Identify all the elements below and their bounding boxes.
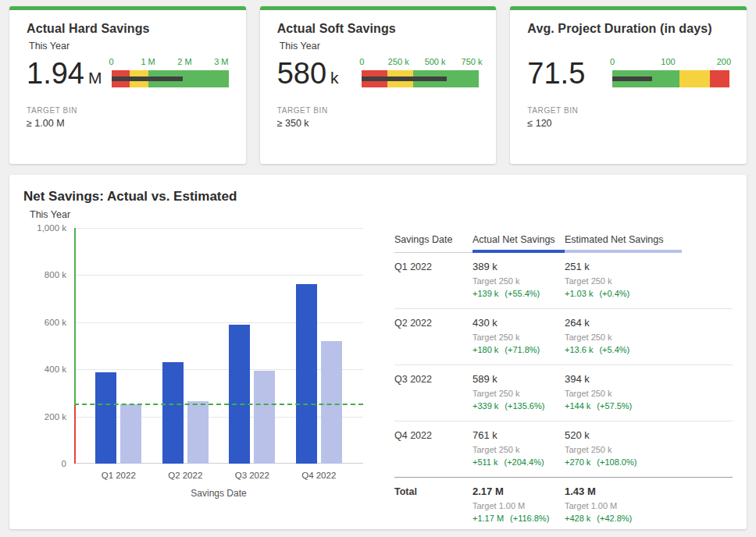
estimated-cell: 1.43 M Target 1.00 M +428 k(+42.8%) [565, 485, 682, 523]
bullet-axis: 0 250 k 500 k 750 k [362, 57, 479, 69]
kpi-card-body: Actual Soft Savings This Year 580k 0 250… [260, 10, 497, 129]
target-bin-value: ≤ 120 [527, 118, 729, 129]
bullet-tick-label: 3 M [214, 57, 228, 66]
estimated-cell: 520 k Target 250 k +270 k(+108.0%) [565, 429, 682, 467]
variance-abs: +13.6 k [565, 345, 593, 354]
bullet-range-warn [679, 70, 710, 87]
x-tick-label: Q3 2022 [235, 471, 269, 480]
cell-target: Target 250 k [472, 276, 565, 286]
table-row-q4: Q4 2022 761 k Target 250 k +511 k(+204.4… [394, 421, 733, 478]
cell-target: Target 250 k [565, 276, 682, 286]
x-tick-label: Q2 2022 [168, 471, 202, 480]
actual-bar-q4[interactable] [296, 284, 317, 464]
x-tick-label: Q1 2022 [102, 471, 136, 480]
row-label: Q1 2022 [394, 261, 472, 298]
y-tick-label: 1,000 k [37, 223, 66, 233]
y-tick-label: 200 k [45, 412, 66, 421]
x-axis-labels: Q1 2022 Q2 2022 Q3 2022 Q4 2022 [74, 471, 363, 480]
cell-variance: +13.6 k(+5.4%) [565, 345, 682, 354]
table-row-total: Total 2.17 M Target 1.00 M +1.17 M(+116.… [394, 477, 733, 529]
bullet-measure-bar [612, 76, 652, 81]
bullet-band [362, 70, 479, 87]
cell-variance: +339 k(+135.6%) [472, 401, 565, 411]
cell-variance: +180 k(+71.8%) [472, 345, 565, 354]
cell-variance: +1.03 k(+0.4%) [565, 289, 682, 298]
plot-area [74, 228, 363, 464]
bullet-range-bad [710, 70, 729, 87]
col-header-savings-date: Savings Date [394, 234, 472, 253]
target-bin-value: ≥ 1.00 M [27, 118, 229, 129]
kpi-row: Actual Hard Savings This Year 1.94M 0 1 … [0, 0, 756, 164]
cell-variance: +511 k(+204.4%) [472, 457, 565, 467]
target-bin-label: TARGET BIN [27, 106, 229, 115]
main-chart-title: Net Savings: Actual vs. Estimated [23, 189, 733, 204]
table-header-row: Savings Date Actual Net Savings Estimate… [394, 234, 733, 253]
cell-target: Target 250 k [565, 389, 682, 398]
kpi-value: 580k [277, 57, 339, 91]
net-savings-card: Net Savings: Actual vs. Estimated This Y… [9, 175, 747, 529]
actual-bar-q2[interactable] [162, 362, 184, 464]
cell-target: Target 250 k [472, 333, 565, 342]
y-tick-label: 0 [62, 459, 66, 468]
actual-bar-q1[interactable] [95, 372, 116, 464]
kpi-value: 71.5 [527, 57, 589, 91]
bullet-tick-label: 0 [109, 57, 114, 66]
bullet-tick-label: 0 [610, 57, 615, 66]
kpi-card-project-duration[interactable]: Avg. Project Duration (in days) 71.5 0 1… [510, 6, 747, 164]
y-tick-label: 600 k [45, 318, 66, 327]
estimated-bar-q4[interactable] [321, 341, 342, 464]
bullet-tick-label: 2 M [177, 57, 191, 66]
cell-variance: +1.17 M(+116.8%) [472, 514, 565, 523]
y-tick-label: 400 k [45, 365, 66, 374]
target-bin-value: ≥ 350 k [277, 118, 480, 129]
bar-group-q1 [95, 228, 141, 464]
cell-value: 761 k [472, 429, 565, 441]
variance-abs: +1.03 k [565, 289, 593, 298]
row-label: Q2 2022 [394, 317, 472, 354]
row-label: Q4 2022 [394, 429, 472, 467]
target-bin: TARGET BIN ≥ 1.00 M [27, 106, 229, 129]
kpi-title: Avg. Project Duration (in days) [527, 22, 729, 36]
bullet-tick-label: 200 [717, 57, 731, 66]
cell-target: Target 250 k [472, 389, 565, 398]
actual-cell: 761 k Target 250 k +511 k(+204.4%) [472, 429, 565, 467]
actual-cell: 389 k Target 250 k +139 k(+55.4%) [472, 261, 565, 298]
comparison-table: Savings Date Actual Net Savings Estimate… [363, 228, 733, 529]
actual-bar-q3[interactable] [229, 325, 250, 464]
target-dashed-line [74, 404, 363, 405]
cell-target: Target 1.00 M [472, 501, 565, 510]
kpi-title: Actual Soft Savings [277, 22, 480, 36]
variance-abs: +428 k [565, 514, 590, 523]
variance-abs: +139 k [472, 289, 498, 298]
variance-pct: (+71.8%) [505, 345, 540, 354]
bullet-chart: 0 250 k 500 k 750 k [362, 57, 479, 87]
bullet-chart: 0 100 200 [612, 57, 729, 87]
bullet-measure-bar [362, 76, 447, 81]
kpi-value-number: 1.94 [27, 57, 84, 90]
variance-pct: (+108.0%) [597, 457, 637, 467]
estimated-bar-q2[interactable] [187, 401, 209, 464]
variance-pct: (+135.6%) [505, 401, 544, 411]
cell-variance: +428 k(+42.8%) [565, 514, 682, 523]
estimated-bar-q3[interactable] [254, 371, 275, 464]
estimated-bar-q1[interactable] [120, 404, 141, 464]
target-bin-label: TARGET BIN [527, 106, 729, 115]
variance-abs: +511 k [472, 457, 498, 467]
estimated-cell: 394 k Target 250 k +144 k(+57.5%) [565, 373, 682, 411]
table-row-q3: Q3 2022 589 k Target 250 k +339 k(+135.6… [394, 365, 733, 421]
kpi-subtitle: This Year [280, 41, 480, 52]
bullet-band [112, 70, 229, 87]
cell-target: Target 250 k [472, 445, 565, 454]
y-tick-label: 800 k [45, 270, 66, 279]
bullet-tick-label: 100 [661, 57, 675, 66]
kpi-title: Actual Hard Savings [27, 22, 229, 36]
bullet-tick-label: 750 k [462, 57, 483, 66]
bullet-chart: 0 1 M 2 M 3 M [112, 57, 229, 87]
bar-group-q2 [162, 228, 209, 464]
kpi-card-hard-savings[interactable]: Actual Hard Savings This Year 1.94M 0 1 … [9, 6, 246, 164]
estimated-cell: 264 k Target 250 k +13.6 k(+5.4%) [565, 317, 682, 354]
target-bin-label: TARGET BIN [277, 106, 480, 115]
kpi-card-soft-savings[interactable]: Actual Soft Savings This Year 580k 0 250… [260, 6, 497, 164]
variance-abs: +180 k [472, 345, 498, 354]
bullet-tick-label: 1 M [141, 57, 155, 66]
